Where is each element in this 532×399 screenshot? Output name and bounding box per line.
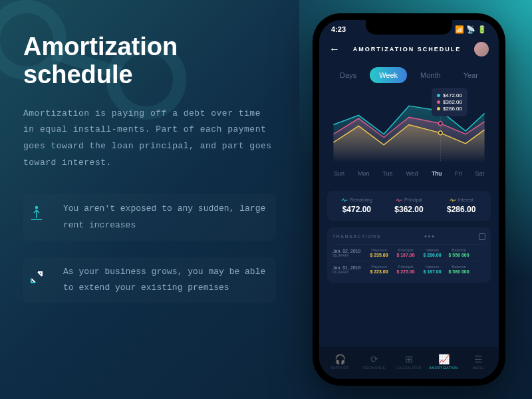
feature-text: As your business grows, you may be able … xyxy=(63,264,276,297)
transactions-title: TRANSACTIONS xyxy=(332,234,381,239)
svg-point-0 xyxy=(36,207,38,209)
table-row[interactable]: Jan. 02, 201906.34AM Payment$ 235.00 Pri… xyxy=(332,244,485,261)
tab-year[interactable]: Year xyxy=(454,67,487,83)
drag-handle-icon[interactable]: ••• xyxy=(424,233,436,240)
wifi-icon: 📡 xyxy=(466,25,475,34)
chart-x-axis: SunMonTueWedThuFriSat xyxy=(327,170,491,177)
expand-icon xyxy=(23,264,50,291)
stats-row: Remaining $472.00 Principal $362.00 Inte… xyxy=(327,191,491,221)
period-tabs: Days Week Month Year xyxy=(319,62,499,91)
page-title: Amortization schedule xyxy=(23,33,276,89)
status-time: 4:23 xyxy=(331,25,346,34)
nav-calculator[interactable]: ⊞CALCULATOR xyxy=(392,354,426,370)
nav-refinance[interactable]: ⟳REFINANCE xyxy=(357,354,392,370)
feature-item: As your business grows, you may be able … xyxy=(23,257,276,303)
chart-tooltip: $472.00 $362.00 $286.00 xyxy=(432,88,467,116)
phone-mockup: 4:23 📶 📡 🔋 ← AMORTIZATION SCHEDULE Days … xyxy=(313,13,505,386)
feature-item: You aren't exposed to any sudden, large … xyxy=(23,194,276,240)
bottom-nav: 🎧SUPPORT ⟳REFINANCE ⊞CALCULATOR 📈AMORTIZ… xyxy=(319,347,499,379)
table-row[interactable]: Jan. 01, 201906.34AM Payment$ 223.00 Pri… xyxy=(332,261,485,277)
signal-icon: 📶 xyxy=(455,25,464,34)
tab-week[interactable]: Week xyxy=(370,67,407,83)
svg-point-4 xyxy=(438,131,442,135)
nav-support[interactable]: 🎧SUPPORT xyxy=(323,354,357,370)
nav-amortization[interactable]: 📈AMORTIZATION xyxy=(426,354,461,370)
description: Amortization is paying off a debt over t… xyxy=(23,106,276,172)
tab-month[interactable]: Month xyxy=(411,67,450,83)
svg-point-3 xyxy=(438,122,442,126)
chart-area[interactable]: $472.00 $362.00 $286.00 xyxy=(327,91,491,184)
growth-icon xyxy=(23,201,50,227)
tab-days[interactable]: Days xyxy=(331,67,366,83)
back-button[interactable]: ← xyxy=(329,43,340,55)
nav-menu[interactable]: ☰MENU xyxy=(461,354,495,370)
stat-principal: Principal $362.00 xyxy=(383,198,436,214)
avatar[interactable] xyxy=(474,42,489,57)
grid-icon[interactable] xyxy=(479,233,485,240)
screen-title: AMORTIZATION SCHEDULE xyxy=(353,46,461,53)
transactions-panel: TRANSACTIONS ••• Jan. 02, 201906.34AM Pa… xyxy=(327,227,491,283)
stat-remaining: Remaining $472.00 xyxy=(331,198,383,214)
stat-interest: Interest $286.00 xyxy=(435,198,487,214)
feature-text: You aren't exposed to any sudden, large … xyxy=(63,201,276,233)
battery-icon: 🔋 xyxy=(477,25,487,34)
